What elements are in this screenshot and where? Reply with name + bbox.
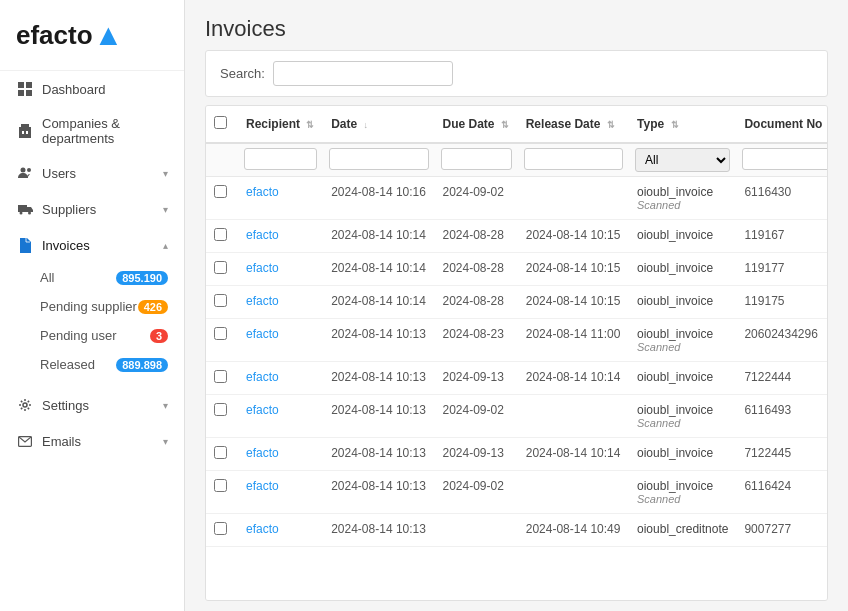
filter-doc-no-cell	[736, 143, 828, 177]
row-doc-no-4: 20602434296	[736, 319, 828, 362]
row-checkbox-cell	[206, 253, 238, 286]
recipient-link-7[interactable]: efacto	[246, 446, 279, 460]
recipient-link-8[interactable]: efacto	[246, 479, 279, 493]
subnav-pending-user[interactable]: Pending user 3	[0, 321, 184, 350]
people-icon	[16, 164, 34, 182]
row-release-date-1: 2024-08-14 10:15	[518, 220, 629, 253]
row-type-main-2: oioubl_invoice	[637, 261, 728, 275]
th-due-date[interactable]: Due Date ⇅	[435, 106, 518, 143]
row-checkbox-8[interactable]	[214, 479, 227, 492]
sidebar-nav: Dashboard Companies & departments Users …	[0, 71, 184, 459]
row-checkbox-6[interactable]	[214, 403, 227, 416]
row-checkbox-3[interactable]	[214, 294, 227, 307]
row-release-date-9: 2024-08-14 10:49	[518, 514, 629, 547]
sort-icon-date: ↓	[364, 120, 369, 130]
row-checkbox-4[interactable]	[214, 327, 227, 340]
filter-doc-no-input[interactable]	[742, 148, 828, 170]
row-doc-no-3: 119175	[736, 286, 828, 319]
select-all-checkbox[interactable]	[214, 116, 227, 129]
sidebar-item-suppliers[interactable]: Suppliers ▾	[0, 191, 184, 227]
row-due-date-9	[435, 514, 518, 547]
row-recipient: efacto	[238, 514, 323, 547]
search-input[interactable]	[273, 61, 453, 86]
filter-check-cell	[206, 143, 238, 177]
sidebar-item-companies[interactable]: Companies & departments	[0, 107, 184, 155]
sidebar-item-invoices[interactable]: Invoices ▴	[0, 227, 184, 263]
sidebar-label-dashboard: Dashboard	[42, 82, 106, 97]
row-checkbox-2[interactable]	[214, 261, 227, 274]
th-recipient[interactable]: Recipient ⇅	[238, 106, 323, 143]
th-release-date[interactable]: Release Date ⇅	[518, 106, 629, 143]
row-checkbox-cell	[206, 471, 238, 514]
recipient-link-6[interactable]: efacto	[246, 403, 279, 417]
sidebar-label-settings: Settings	[42, 398, 89, 413]
filter-release-date-cell	[518, 143, 629, 177]
row-release-date-3: 2024-08-14 10:15	[518, 286, 629, 319]
filter-release-date-input[interactable]	[524, 148, 623, 170]
th-type[interactable]: Type ⇅	[629, 106, 736, 143]
subnav-pending-supplier[interactable]: Pending supplier 426	[0, 292, 184, 321]
sidebar-item-emails[interactable]: Emails ▾	[0, 423, 184, 459]
row-release-date-7: 2024-08-14 10:14	[518, 438, 629, 471]
row-release-date-2: 2024-08-14 10:15	[518, 253, 629, 286]
row-date-2: 2024-08-14 10:14	[323, 253, 434, 286]
recipient-link-1[interactable]: efacto	[246, 228, 279, 242]
row-checkbox-cell	[206, 319, 238, 362]
row-type-9: oioubl_creditnote	[629, 514, 736, 547]
recipient-link-3[interactable]: efacto	[246, 294, 279, 308]
chevron-up-icon-invoices: ▴	[163, 240, 168, 251]
row-checkbox-cell	[206, 438, 238, 471]
invoices-table-container: Recipient ⇅ Date ↓ Due Date ⇅ Release	[205, 105, 828, 601]
sidebar-item-users[interactable]: Users ▾	[0, 155, 184, 191]
recipient-link-9[interactable]: efacto	[246, 522, 279, 536]
subnav-all-badge: 895.190	[116, 271, 168, 285]
sidebar-label-companies: Companies & departments	[42, 116, 168, 146]
filter-type-cell: All	[629, 143, 736, 177]
table-header-row: Recipient ⇅ Date ↓ Due Date ⇅ Release	[206, 106, 828, 143]
filter-date-cell	[323, 143, 434, 177]
page-title: Invoices	[205, 16, 828, 42]
recipient-link-4[interactable]: efacto	[246, 327, 279, 341]
subnav-released[interactable]: Released 889.898	[0, 350, 184, 379]
row-checkbox-1[interactable]	[214, 228, 227, 241]
row-checkbox-5[interactable]	[214, 370, 227, 383]
svg-rect-2	[18, 90, 24, 96]
sidebar-label-suppliers: Suppliers	[42, 202, 96, 217]
svg-rect-5	[22, 131, 24, 134]
row-recipient: efacto	[238, 362, 323, 395]
subnav-all[interactable]: All 895.190	[0, 263, 184, 292]
svg-rect-7	[21, 124, 29, 128]
svg-point-9	[27, 168, 31, 172]
row-recipient: efacto	[238, 286, 323, 319]
svg-rect-4	[19, 127, 31, 138]
row-release-date-6	[518, 395, 629, 438]
file-icon	[16, 236, 34, 254]
row-recipient: efacto	[238, 177, 323, 220]
row-checkbox-9[interactable]	[214, 522, 227, 535]
row-checkbox-7[interactable]	[214, 446, 227, 459]
row-recipient: efacto	[238, 438, 323, 471]
sidebar-item-dashboard[interactable]: Dashboard	[0, 71, 184, 107]
th-doc-no[interactable]: Document No ⇅	[736, 106, 828, 143]
filter-row: All	[206, 143, 828, 177]
sidebar-item-settings[interactable]: Settings ▾	[0, 387, 184, 423]
table-body: All efacto 2024-08-14 10:16 2024-09-02 o…	[206, 143, 828, 547]
row-due-date-4: 2024-08-23	[435, 319, 518, 362]
filter-type-select[interactable]: All	[635, 148, 730, 172]
row-doc-no-8: 6116424	[736, 471, 828, 514]
row-checkbox-0[interactable]	[214, 185, 227, 198]
subnav-pending-supplier-badge: 426	[138, 300, 168, 314]
table-row: efacto 2024-08-14 10:13 2024-09-13 2024-…	[206, 362, 828, 395]
row-date-4: 2024-08-14 10:13	[323, 319, 434, 362]
th-date[interactable]: Date ↓	[323, 106, 434, 143]
filter-recipient-input[interactable]	[244, 148, 317, 170]
content-area: Search: Recipient ⇅ Date	[185, 50, 848, 611]
row-doc-no-5: 7122444	[736, 362, 828, 395]
filter-date-input[interactable]	[329, 148, 428, 170]
recipient-link-2[interactable]: efacto	[246, 261, 279, 275]
recipient-link-0[interactable]: efacto	[246, 185, 279, 199]
row-checkbox-cell	[206, 395, 238, 438]
row-type-main-0: oioubl_invoice	[637, 185, 728, 199]
recipient-link-5[interactable]: efacto	[246, 370, 279, 384]
filter-due-date-input[interactable]	[441, 148, 512, 170]
